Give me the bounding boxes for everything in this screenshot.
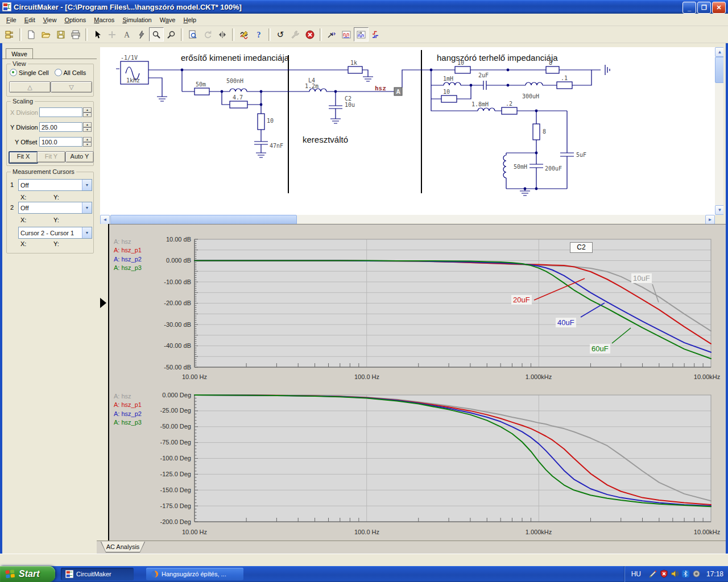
text-tool-icon[interactable]: A [119, 27, 134, 41]
task-firefox[interactable]: Hangsugárzó építés, ... [146, 568, 243, 580]
svg-text:↺: ↺ [277, 30, 284, 39]
close-button[interactable]: ✕ [712, 2, 726, 14]
y-division-spinner[interactable]: ▲▼ [83, 122, 92, 132]
hscroll-left-icon[interactable]: ◄ [100, 215, 110, 225]
task-circuitmaker[interactable]: CircuitMaker [61, 568, 134, 580]
trace-colors-icon[interactable] [237, 27, 251, 41]
all-cells-radio[interactable]: All Cells [55, 69, 86, 76]
search-icon[interactable] [164, 27, 179, 41]
clock[interactable]: 17:18 [706, 570, 723, 578]
cell-up-button[interactable]: △ [9, 81, 51, 93]
delete-tool-icon[interactable] [134, 27, 149, 41]
waveform-divider [108, 224, 109, 541]
help-icon[interactable]: ? [251, 27, 266, 41]
y-offset-input[interactable] [39, 137, 82, 147]
svg-text:A: A [124, 31, 130, 39]
new-document-icon[interactable] [24, 27, 39, 41]
y-offset-spinner[interactable]: ▲▼ [83, 137, 92, 147]
title-bar[interactable]: CircuitMaker - [C:\Program Files\...\han… [0, 0, 728, 14]
component-value: .2 [506, 101, 512, 107]
pulser-icon[interactable] [369, 27, 383, 41]
preview-icon[interactable] [185, 27, 200, 41]
security-shield-icon[interactable] [660, 569, 668, 579]
schematic-vscrollbar[interactable]: ▲ ▼ [715, 47, 723, 215]
zoom-tool-icon[interactable] [149, 27, 164, 41]
reset-icon[interactable]: ↺ [273, 27, 288, 41]
start-button[interactable]: Start [0, 566, 55, 582]
hscroll-right-icon[interactable]: ► [705, 215, 715, 225]
menu-help[interactable]: Help [179, 15, 200, 25]
x-division-spinner[interactable]: ▲▼ [83, 107, 92, 117]
save-icon[interactable] [53, 27, 68, 41]
hscroll-thumb[interactable] [110, 215, 297, 225]
wire-tool-icon[interactable] [105, 27, 119, 41]
cursor-diff-y-label: Y: [53, 240, 59, 247]
x-division-input[interactable] [39, 107, 82, 117]
part-browser-icon[interactable] [2, 27, 17, 41]
minimize-button[interactable]: _ [682, 2, 696, 14]
open-folder-icon[interactable] [39, 27, 53, 41]
digital-display-icon[interactable] [339, 27, 354, 41]
tab-ac-analysis[interactable]: AC Analysis [101, 542, 144, 552]
all-cells-radio-circle[interactable] [55, 69, 62, 76]
arrow-tool-icon[interactable] [90, 27, 105, 41]
cursor1-value: Off [19, 182, 82, 189]
bluetooth-icon[interactable] [681, 569, 690, 579]
menu-options[interactable]: Options [60, 15, 90, 25]
single-cell-radio-circle[interactable] [10, 69, 17, 76]
y-division-label: Y Division [10, 124, 38, 131]
tab-wave[interactable]: Wave [6, 48, 33, 59]
tools-icon[interactable] [288, 27, 303, 41]
pen-tablet-icon[interactable] [649, 569, 657, 579]
y-division-input[interactable] [39, 122, 82, 132]
menu-macros[interactable]: Macros [90, 15, 118, 25]
menu-file[interactable]: File [2, 15, 20, 25]
rotate-icon[interactable] [200, 27, 215, 41]
audio-device-icon[interactable] [692, 569, 701, 579]
cursor-diff-dropdown-icon[interactable]: ▼ [82, 227, 92, 238]
scope-probe-icon[interactable] [324, 27, 339, 41]
mirror-icon[interactable] [215, 27, 230, 41]
fit-x-button[interactable]: Fit X [9, 151, 38, 164]
menu-simulation[interactable]: Simulation [118, 15, 155, 25]
splitter-arrow-icon[interactable] [100, 298, 106, 308]
cell-down-button[interactable]: ▽ [51, 81, 92, 93]
restore-button[interactable]: ❐ [697, 2, 711, 14]
component-value: 50m [196, 81, 206, 88]
fit-y-button[interactable]: Fit Y [37, 151, 65, 163]
circuitmaker-window: CircuitMaker - [C:\Program Files\...\han… [0, 0, 728, 582]
cursor1-select[interactable]: Off ▼ [18, 179, 92, 191]
analysis-tab-strip: AC Analysis [97, 541, 726, 554]
menu-wave[interactable]: Wave [156, 15, 180, 25]
language-indicator[interactable]: HU [631, 570, 641, 578]
status-bar [0, 554, 728, 567]
volume-icon[interactable] [671, 569, 679, 579]
component-value: 1k [350, 60, 357, 66]
component-value: 1mH [443, 76, 453, 82]
toolbar: A?↺ [0, 26, 728, 43]
cursor2-index: 2 [10, 204, 14, 211]
auto-y-button[interactable]: Auto Y [65, 151, 94, 163]
junction-dots [181, 69, 538, 190]
cursor2-value: Off [19, 205, 82, 211]
waveforms-icon[interactable] [354, 27, 369, 41]
cursor-diff-select[interactable]: Cursor 2 - Cursor 1 ▼ [18, 227, 92, 239]
cursor2-y-label: Y: [53, 217, 59, 223]
schematic-hscrollbar[interactable]: ◄ ► [100, 215, 715, 223]
cursor2-dropdown-icon[interactable]: ▼ [82, 202, 92, 213]
cursor1-dropdown-icon[interactable]: ▼ [82, 180, 92, 190]
stop-icon[interactable] [303, 27, 317, 41]
component-value: C2 [345, 95, 351, 102]
menu-view[interactable]: View [39, 15, 61, 25]
component-value: 2uF [478, 72, 489, 78]
cursor-diff-x-label: X: [20, 240, 26, 247]
single-cell-radio[interactable]: Single Cell [10, 69, 49, 76]
tab-divider [2, 59, 97, 59]
window-title: CircuitMaker - [C:\Program Files\...\han… [14, 3, 242, 11]
schematic-caption: keresztváltó [303, 135, 348, 144]
menu-edit[interactable]: Edit [20, 15, 39, 25]
waveform-left-gutter [97, 224, 109, 541]
print-icon[interactable] [68, 27, 83, 41]
schematic-canvas[interactable]: A erősítő kimeneti imedanciájahangszóró … [100, 47, 715, 215]
cursor2-select[interactable]: Off ▼ [18, 202, 92, 214]
